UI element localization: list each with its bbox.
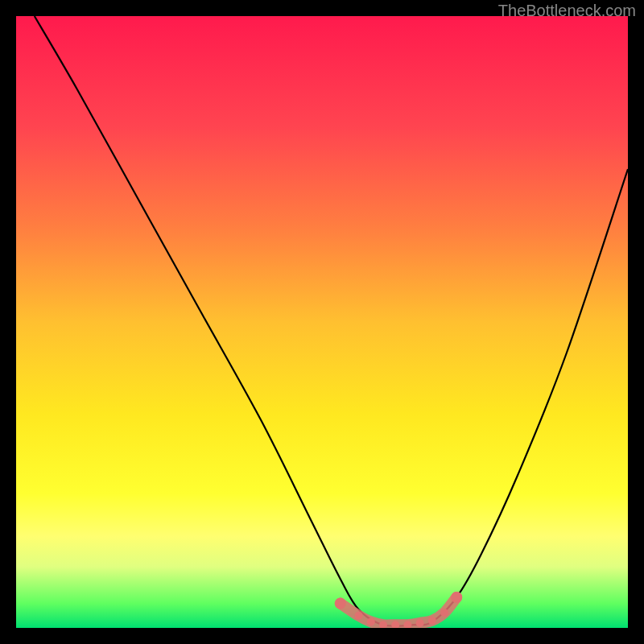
watermark-text: TheBottleneck.com <box>498 2 636 20</box>
highlight-point <box>416 619 424 627</box>
curve-layer <box>16 16 628 628</box>
highlight-point <box>451 592 462 603</box>
highlight-point <box>428 617 436 625</box>
highlight-curve <box>341 597 456 625</box>
main-curve <box>35 16 628 626</box>
chart-container: TheBottleneck.com <box>0 0 644 644</box>
highlight-point <box>440 609 448 617</box>
highlight-point <box>355 612 363 620</box>
plot-area <box>16 16 628 628</box>
highlight-point <box>367 617 375 625</box>
highlight-point <box>335 598 346 609</box>
